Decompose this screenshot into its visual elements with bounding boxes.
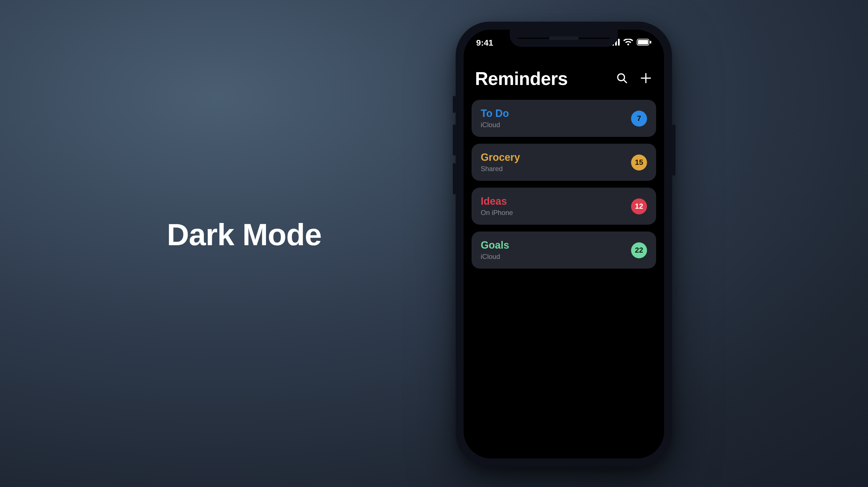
phone-frame: 9:41 Reminders	[456, 22, 672, 466]
app-screen: Reminders	[464, 30, 664, 458]
list-card-todo[interactable]: To Do iCloud 7	[472, 100, 656, 137]
count-badge: 15	[631, 154, 647, 170]
list-title: To Do	[481, 108, 509, 120]
status-time: 9:41	[476, 37, 493, 47]
app-action-group	[615, 72, 653, 86]
battery-icon	[637, 39, 652, 46]
list-title: Goals	[481, 239, 509, 252]
side-button-vol-up	[453, 124, 456, 156]
list-subtitle: Shared	[481, 165, 520, 173]
count-badge: 12	[631, 198, 647, 214]
side-button-vol-down	[453, 163, 456, 195]
list-card-grocery[interactable]: Grocery Shared 15	[472, 144, 656, 181]
count-badge: 7	[631, 110, 647, 126]
search-button[interactable]	[615, 72, 629, 86]
list-title: Ideas	[481, 196, 513, 207]
app-header: Reminders	[472, 64, 656, 100]
search-icon	[616, 72, 628, 86]
svg-rect-5	[638, 40, 648, 45]
count-badge: 22	[631, 242, 647, 258]
list-card-goals[interactable]: Goals iCloud 22	[472, 231, 656, 268]
list-subtitle: iCloud	[481, 253, 509, 261]
notch	[510, 30, 618, 47]
svg-line-8	[624, 80, 626, 82]
svg-rect-6	[650, 41, 651, 44]
list-subtitle: On iPhone	[481, 209, 513, 217]
list-card-ideas[interactable]: Ideas On iPhone 12	[472, 188, 656, 225]
svg-rect-3	[618, 39, 620, 46]
add-button[interactable]	[639, 72, 653, 86]
wifi-icon	[623, 39, 633, 46]
headline: Dark Mode	[167, 217, 321, 252]
side-button-power	[672, 124, 676, 176]
app-title: Reminders	[475, 68, 567, 89]
side-button-mute	[453, 96, 456, 113]
svg-point-7	[618, 74, 624, 80]
list-subtitle: iCloud	[481, 121, 509, 129]
list-title: Grocery	[481, 152, 520, 164]
lists-container: To Do iCloud 7 Grocery Shared 15	[472, 100, 656, 268]
plus-icon	[640, 72, 652, 86]
